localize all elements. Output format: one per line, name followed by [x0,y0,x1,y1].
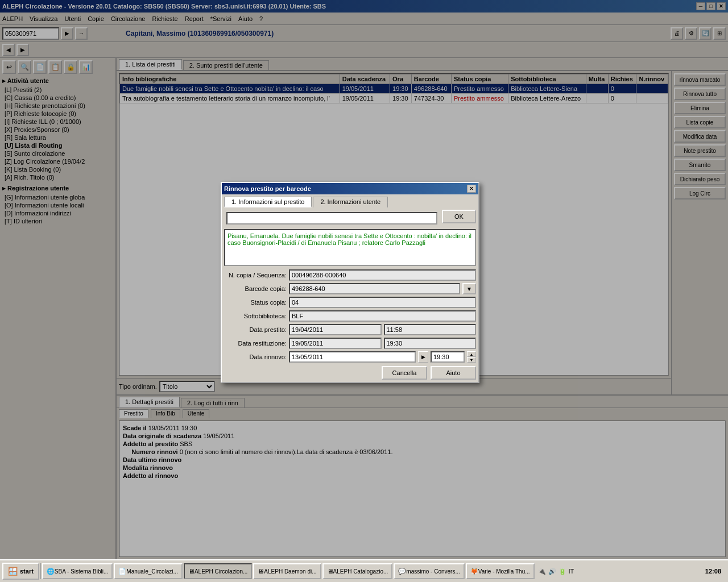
taskbar-icon-2: 🖥 [188,568,195,575]
modal-close-btn[interactable]: ✕ [467,185,476,193]
modal-tab-info-prestito[interactable]: 1. Informazioni sul prestito [224,197,312,207]
taskbar-item-0[interactable]: 🌐 SBA - Sistema Bibli... [42,563,113,579]
label-data-prestito: Data prestito: [224,326,287,333]
modal-title: Rinnova prestito per barcode [224,185,311,192]
field-row-ncopia: N. copia / Sequenza: [224,269,476,281]
input-data-resti[interactable] [289,338,382,349]
label-data-resti: Data restituzione: [224,340,287,347]
label-data-rinnovo: Data rinnovo: [224,354,287,360]
taskbar-item-3[interactable]: 🖥 ALEPH Daemon di... [253,563,321,579]
modal-footer-btns: Cancella Aiuto [224,366,476,380]
taskbar: 🪟 start 🌐 SBA - Sistema Bibli... 📄 Manua… [0,559,728,582]
network-icon: 🔌 [538,568,546,575]
label-sublib: Sottobiblioteca: [224,313,287,319]
field-row-sublib: Sottobiblioteca: [224,310,476,322]
lang-icon: IT [569,568,574,575]
calendar-btn[interactable]: ▶ [418,351,428,363]
field-row-barcode: Barcode copia: ▼ [224,283,476,294]
taskbar-item-6[interactable]: 🦊 Varie - Mozilla Thu... [466,563,535,579]
modal-dialog: Rinnova prestito per barcode ✕ 1. Inform… [221,182,479,383]
taskbar-icon-4: 🖥 [327,568,333,575]
time-up-btn[interactable]: ▲ [467,351,476,357]
barcode-dropdown-btn[interactable]: ▼ [462,283,476,294]
modal-book-info: Pisanu, Emanuela. Due famiglie nobili se… [224,229,476,266]
input-ora-resti[interactable] [384,338,477,349]
taskbar-item-4[interactable]: 🖥 ALEPH Catalogazio... [322,563,393,579]
field-row-status: Status copia: [224,297,476,308]
label-ncopia: N. copia / Sequenza: [224,272,287,278]
input-sublib[interactable] [289,310,476,322]
taskbar-item-1[interactable]: 📄 Manuale_Circolazi... [114,563,183,579]
time-down-btn[interactable]: ▼ [467,357,476,363]
modal-barcode-field[interactable] [226,212,437,225]
label-status: Status copia: [224,299,287,306]
taskbar-clock: 12:08 [701,568,726,575]
modal-overlay: Rinnova prestito per barcode ✕ 1. Inform… [0,0,728,582]
modal-cancel-btn[interactable]: Cancella [382,366,427,380]
input-ncopia[interactable] [289,269,476,281]
input-data-rinnovo[interactable] [289,351,416,363]
taskbar-icon-0: 🌐 [47,568,55,575]
taskbar-icon-6: 🦊 [470,568,478,575]
modal-tabs: 1. Informazioni sul prestito 2. Informaz… [222,194,478,207]
input-status[interactable] [289,297,476,308]
modal-tab-info-utente[interactable]: 2. Informazioni utente [313,197,388,207]
taskbar-icon-1: 📄 [118,568,126,575]
input-barcode-copia[interactable] [289,283,460,294]
input-ora-rinnovo[interactable] [431,351,465,363]
field-row-data-prestito: Data prestito: [224,324,476,335]
start-windows-icon: 🪟 [8,567,18,576]
start-label: start [20,568,34,575]
volume-icon: 🔊 [548,568,556,575]
modal-help-btn[interactable]: Aiuto [431,366,476,380]
modal-title-bar: Rinnova prestito per barcode ✕ [222,183,478,194]
field-row-data-resti: Data restituzione: [224,338,476,349]
taskbar-divider [40,563,41,579]
taskbar-sys-icons: 🔌 🔊 🔋 IT [536,568,577,575]
input-data-prestito[interactable] [289,324,382,335]
start-button[interactable]: 🪟 start [2,563,39,580]
taskbar-item-5[interactable]: 💬 massimo - Convers... [394,563,464,579]
battery-icon: 🔋 [559,568,566,575]
field-row-data-rinnovo: Data rinnovo: ▶ ▲ ▼ [224,351,476,363]
taskbar-icon-5: 💬 [398,568,406,575]
modal-ok-btn[interactable]: OK [442,210,476,223]
taskbar-icon-3: 🖥 [258,568,264,575]
taskbar-item-2[interactable]: 🖥 ALEPH Circolazion... [184,563,252,579]
input-ora-prestito[interactable] [384,324,477,335]
label-barcode: Barcode copia: [224,285,287,292]
